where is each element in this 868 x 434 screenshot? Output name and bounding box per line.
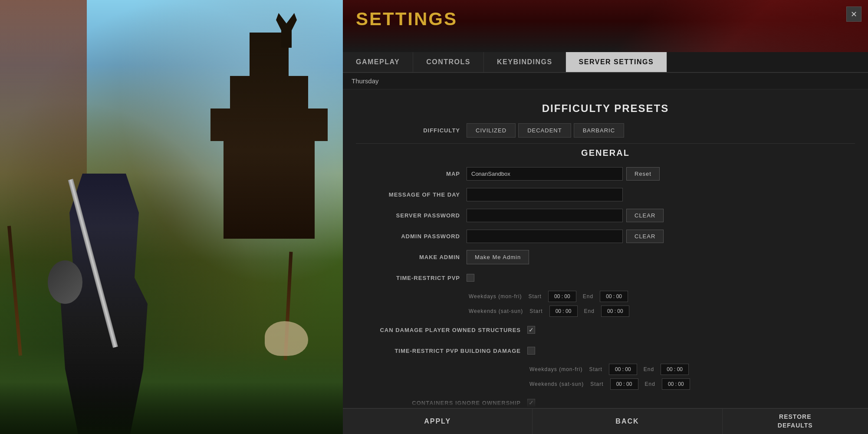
containers-checkbox[interactable]: [527, 399, 535, 407]
restore-defaults-button[interactable]: RESTORE DEFAULTS: [723, 409, 868, 434]
admin-password-label: ADMIN PASSWORD: [356, 233, 460, 240]
building-weekend-start-label: Start: [590, 381, 603, 387]
map-input[interactable]: [467, 167, 623, 181]
building-weekend-label: Weekends (sat-sun): [529, 381, 584, 387]
containers-row: CONTAINERS IGNORE OWNERSHIP: [356, 395, 855, 408]
motd-label: MESSAGE OF THE DAY: [356, 191, 460, 198]
admin-password-row: ADMIN PASSWORD Clear: [356, 228, 855, 244]
make-admin-label: MAKE ADMIN: [356, 254, 460, 260]
server-password-input[interactable]: [467, 209, 623, 222]
tab-gameplay[interactable]: GAMEPLAY: [343, 52, 413, 72]
building-weekday-end-label: End: [644, 366, 654, 372]
map-row: MAP Reset: [356, 166, 855, 181]
admin-password-input[interactable]: [467, 230, 623, 243]
pvp-weekday-start-label: Start: [528, 293, 541, 299]
time-restrict-building-label: TIME-RESTRICT PVP BUILDING DAMAGE: [356, 348, 521, 354]
general-title: GENERAL: [356, 148, 855, 158]
pvp-weekday-label: Weekdays (mon-fri): [469, 293, 522, 299]
map-label: MAP: [356, 171, 460, 177]
server-password-clear-button[interactable]: Clear: [626, 209, 664, 222]
time-restrict-pvp-label: TIME-RESTRICT PVP: [356, 275, 460, 281]
time-restrict-building-row: TIME-RESTRICT PVP BUILDING DAMAGE: [356, 343, 855, 358]
can-damage-checkbox[interactable]: [527, 326, 535, 334]
game-screenshot: [0, 0, 343, 434]
pvp-weekend-label: Weekends (sat-sun): [469, 308, 523, 314]
pvp-weekday-end-label: End: [583, 293, 593, 299]
settings-panel: SETTINGS ✕ GAMEPLAY CONTROLS KEYBINDINGS…: [343, 0, 868, 434]
pvp-weekend-row: Weekends (sat-sun) Start End: [469, 306, 855, 317]
can-damage-label: CAN DAMAGE PLAYER OWNED STRUCTURES: [356, 327, 521, 333]
server-password-label: SERVER PASSWORD: [356, 212, 460, 219]
difficulty-decadent[interactable]: Decadent: [518, 123, 571, 138]
content-area: DIFFICULTY PRESETS DIFFICULTY Civilized …: [343, 89, 868, 408]
make-admin-row: MAKE ADMIN Make Me Admin: [356, 249, 855, 265]
building-weekday-row: Weekdays (mon-fri) Start End: [529, 364, 855, 375]
make-admin-button[interactable]: Make Me Admin: [467, 250, 529, 264]
map-reset-button[interactable]: Reset: [626, 167, 660, 181]
building-weekday-label: Weekdays (mon-fri): [529, 366, 582, 372]
building-weekend-start-input[interactable]: [610, 378, 638, 390]
building-weekend-end-label: End: [645, 381, 655, 387]
difficulty-label: DIFFICULTY: [356, 127, 460, 134]
admin-password-clear-button[interactable]: Clear: [626, 230, 664, 243]
can-damage-row: CAN DAMAGE PLAYER OWNED STRUCTURES: [356, 322, 855, 338]
building-weekend-end-input[interactable]: [662, 378, 690, 390]
time-restrict-building-checkbox[interactable]: [527, 347, 535, 355]
pvp-weekday-end-input[interactable]: [600, 291, 628, 302]
tab-server-settings[interactable]: SERVER SETTINGS: [566, 52, 667, 72]
restore-line1: RESTORE: [779, 413, 811, 420]
date-display: Thursday: [343, 73, 868, 89]
difficulty-barbaric[interactable]: Barbaric: [574, 123, 624, 138]
panel-header: SETTINGS ✕: [343, 0, 868, 52]
building-time-rows: Weekdays (mon-fri) Start End Weekends (s…: [529, 364, 855, 390]
restore-line2: DEFAULTS: [778, 422, 813, 429]
tabs-container: GAMEPLAY CONTROLS KEYBINDINGS SERVER SET…: [343, 52, 868, 73]
bottom-bar: APPLY BACK RESTORE DEFAULTS: [343, 408, 868, 434]
pvp-weekend-start-input[interactable]: [549, 306, 578, 317]
difficulty-row: DIFFICULTY Civilized Decadent Barbaric: [356, 122, 855, 138]
tab-keybindings[interactable]: KEYBINDINGS: [484, 52, 566, 72]
pvp-time-rows: Weekdays (mon-fri) Start End Weekends (s…: [469, 291, 855, 317]
pvp-weekend-end-label: End: [584, 308, 595, 314]
containers-label: CONTAINERS IGNORE OWNERSHIP: [356, 400, 521, 406]
difficulty-buttons: Civilized Decadent Barbaric: [467, 123, 624, 138]
pvp-weekend-start-label: Start: [529, 308, 542, 314]
difficulty-presets-title: DIFFICULTY PRESETS: [356, 102, 855, 115]
building-weekday-start-label: Start: [589, 366, 602, 372]
building-weekday-end-input[interactable]: [661, 364, 689, 375]
time-restrict-pvp-checkbox[interactable]: [467, 274, 474, 282]
building-weekend-row: Weekends (sat-sun) Start End: [529, 378, 855, 390]
pvp-weekday-start-input[interactable]: [548, 291, 576, 302]
time-restrict-pvp-row: TIME-RESTRICT PVP: [356, 270, 855, 286]
pvp-weekday-row: Weekdays (mon-fri) Start End: [469, 291, 855, 302]
difficulty-civilized[interactable]: Civilized: [467, 123, 516, 138]
apply-button[interactable]: APPLY: [343, 409, 533, 434]
settings-title: SETTINGS: [356, 9, 855, 30]
motd-row: MESSAGE OF THE DAY: [356, 187, 855, 202]
building-weekday-start-input[interactable]: [609, 364, 637, 375]
motd-input[interactable]: [467, 188, 623, 201]
server-password-row: SERVER PASSWORD Clear: [356, 207, 855, 223]
tab-controls[interactable]: CONTROLS: [413, 52, 484, 72]
pvp-weekend-end-input[interactable]: [601, 306, 629, 317]
back-button[interactable]: BACK: [533, 409, 722, 434]
close-button[interactable]: ✕: [846, 7, 861, 22]
